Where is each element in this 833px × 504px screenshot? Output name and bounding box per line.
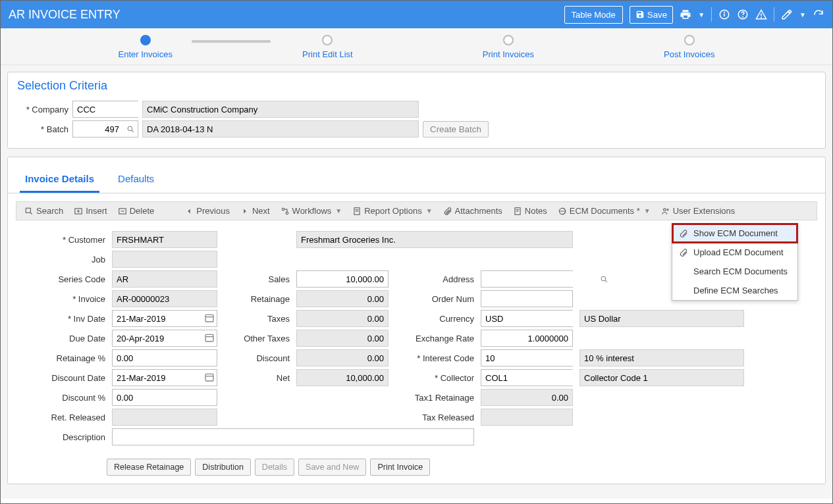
address-lookup[interactable]: [481, 270, 573, 288]
attachments-button[interactable]: Attachments: [443, 206, 502, 216]
discount-label: Discount: [224, 353, 290, 363]
ecm-upload-document[interactable]: Upload ECM Document: [672, 243, 797, 262]
chevron-down-icon: ▼: [644, 207, 651, 214]
batch-name-display: [142, 120, 419, 138]
discdate-input[interactable]: [112, 369, 217, 386]
invdate-input[interactable]: [112, 310, 217, 327]
print-dropdown-button[interactable]: [680, 9, 691, 20]
next-button[interactable]: Next: [240, 206, 270, 216]
desc-input[interactable]: [112, 428, 474, 445]
refresh-icon[interactable]: [813, 9, 824, 20]
notes-button[interactable]: Notes: [513, 206, 547, 216]
selection-criteria-panel: Selection Criteria Company Batch: [7, 72, 826, 149]
retrel-label: Ret. Released: [20, 413, 105, 422]
retpct-input[interactable]: [112, 349, 217, 366]
ecm-show-document[interactable]: Show ECM Document: [672, 224, 797, 243]
retpct-label: Retainage %: [20, 353, 105, 363]
info-icon[interactable]: [718, 9, 730, 20]
calendar-icon[interactable]: [204, 372, 215, 382]
delete-button[interactable]: Delete: [118, 206, 155, 216]
record-toolbar: Search Insert Delete Previous Next Workf…: [16, 201, 817, 220]
user-extensions-button[interactable]: User Extensions: [661, 206, 736, 216]
report-options-button[interactable]: Report Options▼: [352, 206, 432, 216]
sales-input[interactable]: [296, 270, 389, 288]
print-dropdown-caret[interactable]: ▼: [698, 11, 705, 18]
ecm-define-searches[interactable]: Define ECM Searches: [672, 281, 797, 300]
retrel-input: [112, 409, 217, 426]
separator: [711, 7, 712, 22]
customer-name-display: [296, 231, 573, 248]
step-print-edit-list[interactable]: Print Edit List: [302, 35, 353, 59]
release-retainage-button[interactable]: Release Retainage: [107, 459, 191, 476]
ordernum-label: Order Num: [395, 294, 474, 304]
retainage-input: [296, 290, 389, 307]
invdate-label: Inv Date: [20, 314, 105, 324]
invoice-label: Invoice: [20, 294, 105, 304]
duedate-label: Due Date: [20, 334, 105, 343]
chevron-down-icon: ▼: [426, 207, 433, 214]
ecm-search-documents[interactable]: Search ECM Documents: [672, 262, 797, 281]
currency-desc: [579, 310, 744, 327]
interest-desc: [579, 349, 744, 366]
othertax-input: [296, 330, 389, 347]
address-label: Address: [395, 274, 474, 284]
calendar-icon[interactable]: [204, 332, 215, 343]
ecm-documents-button[interactable]: ECM Documents *▼: [558, 206, 651, 216]
batch-lookup[interactable]: [72, 120, 138, 138]
batch-input[interactable]: [73, 121, 123, 137]
calendar-icon[interactable]: [204, 313, 215, 323]
exch-input[interactable]: [481, 330, 573, 347]
tab-defaults[interactable]: Defaults: [113, 168, 159, 193]
app-header: AR INVOICE ENTRY Table Mode Save ▼ ▼: [1, 1, 832, 28]
step-enter-invoices[interactable]: Enter Invoices: [119, 35, 173, 59]
distribution-button[interactable]: Distribution: [195, 459, 251, 476]
svg-rect-35: [205, 334, 213, 341]
tax1ret-input: [481, 389, 573, 406]
discount-input: [296, 349, 389, 366]
address-input[interactable]: [481, 271, 600, 287]
workflows-button[interactable]: Workflows▼: [281, 206, 342, 216]
attachment-icon: [679, 229, 688, 238]
collector-lookup[interactable]: [481, 369, 573, 386]
collector-label: Collector: [395, 373, 474, 383]
taxes-label: Taxes: [224, 314, 290, 324]
currency-label: Currency: [395, 314, 474, 324]
batch-label: Batch: [17, 124, 68, 134]
help-icon[interactable]: [737, 9, 749, 20]
duedate-input[interactable]: [112, 330, 217, 347]
search-icon[interactable]: [600, 275, 608, 284]
step-print-invoices[interactable]: Print Invoices: [483, 35, 534, 59]
series-label: Series Code: [20, 274, 105, 284]
interest-lookup[interactable]: [481, 349, 573, 366]
currency-lookup[interactable]: [481, 310, 573, 327]
search-icon[interactable]: [123, 125, 138, 134]
ordernum-input[interactable]: [481, 290, 573, 307]
net-input: [296, 369, 389, 386]
othertax-label: Other Taxes: [224, 334, 290, 343]
svg-line-12: [30, 212, 32, 214]
create-batch-button[interactable]: Create Batch: [423, 121, 489, 138]
print-invoice-button[interactable]: Print Invoice: [370, 459, 430, 476]
warning-icon[interactable]: [755, 9, 767, 20]
table-mode-button[interactable]: Table Mode: [564, 6, 623, 24]
save-button[interactable]: Save: [630, 6, 673, 24]
step-post-invoices[interactable]: Post Invoices: [664, 35, 714, 59]
discpct-input[interactable]: [112, 389, 217, 406]
search-button[interactable]: Search: [24, 206, 63, 216]
series-input: [112, 270, 217, 288]
taxrel-input: [481, 409, 573, 426]
company-code-lookup[interactable]: [72, 101, 138, 118]
edit-icon[interactable]: [781, 9, 793, 20]
tab-invoice-details[interactable]: Invoice Details: [20, 168, 99, 193]
edit-dropdown-caret[interactable]: ▼: [799, 11, 806, 18]
insert-button[interactable]: Insert: [74, 206, 107, 216]
exch-label: Exchange Rate: [395, 334, 474, 343]
taxrel-label: Tax Released: [395, 413, 474, 422]
previous-button[interactable]: Previous: [184, 206, 230, 216]
discpct-label: Discount %: [20, 393, 105, 403]
app-title: AR INVOICE ENTRY: [9, 8, 564, 22]
svg-point-6: [761, 17, 762, 18]
save-and-new-button[interactable]: Save and New: [298, 459, 366, 476]
details-button[interactable]: Details: [255, 459, 294, 476]
progress-stepper: Enter Invoices Print Edit List Print Inv…: [1, 28, 832, 65]
